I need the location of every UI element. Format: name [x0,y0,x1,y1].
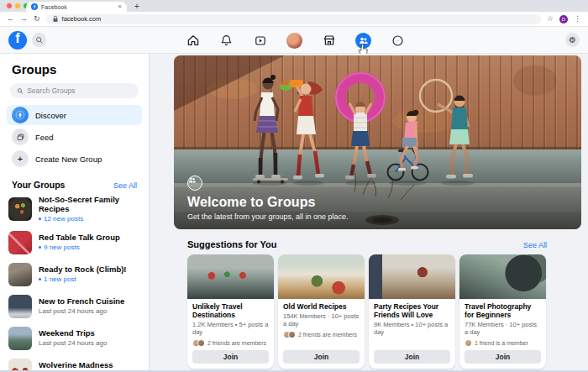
group-name: Weekend Trips [39,329,107,338]
suggestion-card[interactable]: Travel Photography for Beginners 77K Mem… [459,254,546,369]
group-name: Wolverine Madness [39,361,113,370]
tab-notifications[interactable] [219,34,234,48]
close-tab-icon[interactable]: × [118,3,122,10]
hero-caption: Welcome to Groups Get the latest from yo… [187,176,349,221]
new-tab-icon[interactable]: + [134,2,139,11]
group-list-item[interactable]: Ready to Rock (Climb)! 1 new post [0,259,149,291]
friends-members-label: 1 friend is a member [475,340,528,346]
sidebar-item-label: Create New Group [35,155,102,164]
page-body: Groups Discover [0,54,588,372]
url-text: facebook.com [62,15,102,23]
messenger-icon [391,34,404,47]
suggestion-group-name: Party Recipes Your Friends Will Love [374,302,450,319]
group-activity: 12 new posts [44,215,83,223]
group-activity: Last post 24 hours ago [39,307,107,315]
bookmark-star-icon[interactable]: ☆ [547,15,554,23]
group-cover-photo [459,254,546,299]
join-button[interactable]: Join [192,350,269,364]
suggestion-group-name: Unlikely Travel Destinations [192,302,269,319]
group-activity: 1 new post [44,275,76,283]
group-list-item[interactable]: Red Table Talk Group 9 new posts [0,227,149,259]
join-button[interactable]: Join [283,350,360,364]
join-button[interactable]: Join [465,350,541,364]
tab-profile-avatar[interactable] [286,33,302,49]
search-groups-input[interactable] [27,86,132,95]
group-list-item[interactable]: New to French Cuisine Last post 24 hours… [0,291,149,322]
hero-subtitle: Get the latest from your groups, all in … [187,212,349,221]
unread-dot [39,217,41,220]
sidebar-item-feed[interactable]: Feed [7,127,142,147]
suggestion-group-meta: 154K Members · 10+ posts a day [283,312,360,328]
tab-home[interactable] [186,34,200,48]
browser-profile-avatar[interactable]: D [559,15,568,24]
sidebar-item-discover[interactable]: Discover [7,105,142,125]
watch-video-icon [254,34,267,47]
suggestions-see-all-link[interactable]: See All [523,241,547,249]
sidebar-item-create-group[interactable]: + Create New Group [7,149,142,169]
group-list-item[interactable]: Wolverine Madness Last post 1 week ago [0,354,149,372]
friend-avatars [283,331,296,338]
friend-avatar [288,331,296,338]
tab-groups-active[interactable] [355,33,371,49]
your-groups-see-all-link[interactable]: See All [113,181,137,190]
unread-dot [39,278,41,280]
forward-icon[interactable]: → [20,15,28,23]
tab-marketplace[interactable] [322,34,336,48]
groups-sidebar: Groups Discover [0,54,150,372]
group-thumbnail [8,295,32,318]
suggestion-card[interactable]: Party Recipes Your Friends Will Love 9K … [369,254,455,369]
group-thumbnail [8,263,32,286]
minimize-window-icon[interactable] [15,3,20,8]
group-name: Ready to Rock (Climb)! [39,265,127,275]
friend-avatars [192,339,205,347]
friend-avatar [197,339,205,347]
group-thumbnail [8,231,32,254]
sidebar-item-label: Feed [35,133,54,142]
marketplace-icon [323,34,336,47]
suggestion-card[interactable]: Unlikely Travel Destinations 1.2K Member… [187,254,274,369]
suggestion-group-meta: 77K Members · 10+ posts a day [465,321,541,337]
group-cover-photo [187,254,274,299]
suggestion-group-name: Travel Photography for Beginners [465,302,541,319]
group-thumbnail [8,197,32,221]
facebook-header: f [0,27,588,54]
page-title: Groups [12,62,137,76]
groups-badge-icon [187,176,202,191]
sidebar-item-label: Discover [35,111,66,120]
tab-messenger[interactable] [391,34,405,48]
suggestion-group-meta: 1.2K Members • 5+ posts a day [192,321,269,337]
tab-title: Facebook [41,4,114,10]
group-list-item[interactable]: Not-So-Secret Family Recipes 12 new post… [0,191,149,227]
group-activity: Last post 24 hours ago [39,339,107,347]
browser-tab[interactable]: f Facebook × [26,2,127,12]
search-groups-field[interactable] [10,83,139,98]
your-groups-heading: Your Groups [12,180,65,190]
settings-gear-button[interactable]: ⚙ [565,33,580,47]
bell-icon [220,34,233,47]
header-search-button[interactable] [32,33,46,47]
unread-dot [39,246,41,249]
suggestion-group-name: Old World Recipes [283,302,360,311]
address-input[interactable]: facebook.com [46,14,541,24]
search-icon [17,87,24,95]
group-name: New to French Cuisine [39,297,124,307]
close-window-icon[interactable] [7,3,12,8]
browser-url-bar: ← → ↻ facebook.com ☆ D ⋮ [0,12,588,27]
discover-compass-icon [12,107,29,123]
group-list-item[interactable]: Weekend Trips Last post 24 hours ago [0,322,149,354]
facebook-logo[interactable]: f [8,31,27,50]
back-icon[interactable]: ← [7,15,14,23]
feed-icon [12,128,29,145]
tab-watch[interactable] [253,34,267,48]
join-button[interactable]: Join [374,350,450,364]
browser-menu-icon[interactable]: ⋮ [574,15,581,23]
search-icon [35,36,44,45]
group-activity: 9 new posts [44,244,80,251]
suggestion-cards: Unlikely Travel Destinations 1.2K Member… [187,254,581,369]
group-cover-photo [278,254,365,299]
suggestion-card[interactable]: Old World Recipes 154K Members · 10+ pos… [278,254,365,369]
suggestions-heading: Suggestions for You [187,239,277,249]
group-thumbnail [8,327,32,350]
reload-icon[interactable]: ↻ [34,15,40,23]
friends-members-label: 2 friends are members [298,332,357,338]
